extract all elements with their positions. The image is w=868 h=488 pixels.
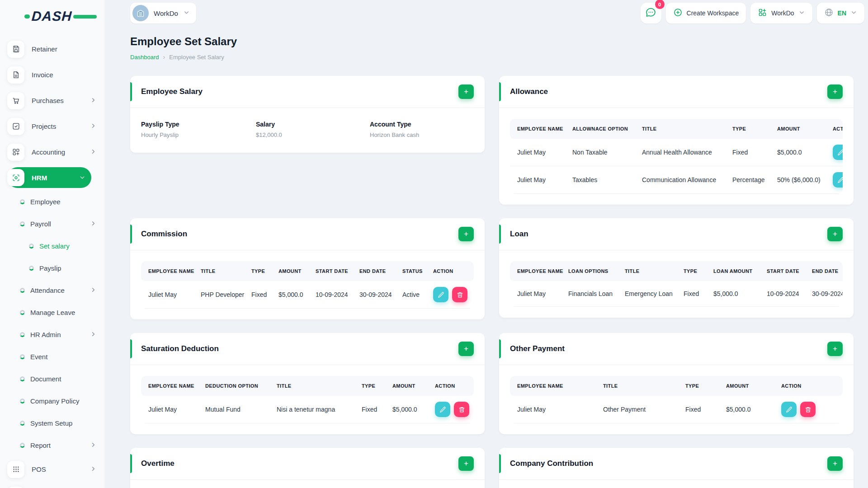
add-company-contribution-button[interactable]: + [827, 456, 843, 471]
table-cell: Other Payment [597, 396, 679, 423]
card-title: Commission [141, 230, 187, 239]
other-payment-table: Employee NameTitleTypeAmountActionJuliet… [510, 376, 843, 423]
messages-button[interactable]: 0 [641, 3, 661, 23]
language-selector[interactable]: EN [817, 3, 864, 23]
table-cell: Fixed [726, 139, 771, 166]
table-cell: Juliet May [510, 166, 566, 194]
topbar: WorkDo 0 Create Workspace [130, 0, 864, 26]
card-title: Saturation Deduction [141, 344, 219, 353]
sidebar-item-report[interactable]: Report [7, 434, 105, 456]
table-cell: $5,000.0 [771, 139, 826, 166]
chevron-down-icon [78, 174, 86, 181]
table-header-row: Employee NameTitleTypeAmountAction [510, 376, 843, 396]
table-row: Juliet MayMutual FundNisi a tenetur magn… [141, 396, 474, 423]
column-header: Employee Name [141, 261, 194, 281]
language-label: EN [838, 9, 846, 17]
card-accent-bar [130, 454, 132, 473]
app-logo[interactable]: DASH [24, 8, 92, 24]
purchases-icon [7, 92, 24, 109]
edit-button[interactable] [781, 402, 797, 417]
column-header: End Date [353, 261, 396, 281]
create-workspace-label: Create Workspace [687, 9, 739, 17]
table-header-row: Employee NameLoan OptionsTitleTypeLoan A… [510, 261, 843, 281]
sidebar-item-projects[interactable]: Projects [7, 113, 105, 139]
sidebar-item-company-policy[interactable]: Company Policy [7, 390, 105, 412]
sidebar-item-retainer[interactable]: Retainer [7, 36, 105, 62]
column-header: Employee Name [510, 376, 597, 396]
column-header: Title [618, 261, 677, 281]
sidebar-item-event[interactable]: Event [7, 346, 105, 368]
sidebar-item-set-salary[interactable]: Set salary [7, 235, 105, 257]
sidebar-item-system-setup[interactable]: System Setup [7, 412, 105, 434]
sidebar-item-crm[interactable]: CRM [7, 482, 105, 488]
column-header: Action [826, 119, 843, 139]
delete-button[interactable] [800, 402, 816, 417]
table-cell: 30-09-2024 [353, 281, 396, 309]
row-actions-cell [427, 281, 474, 309]
table-cell: PHP Developer [194, 281, 245, 309]
sidebar-item-label: Set salary [39, 242, 70, 250]
card-title: Other Payment [510, 344, 565, 353]
topbar-right-cluster: 0 Create Workspace WorkDo [641, 3, 864, 23]
add-other-payment-button[interactable]: + [827, 342, 843, 356]
sidebar-item-hrm[interactable]: HRM [7, 167, 91, 188]
breadcrumb: Dashboard › Employee Set Salary [130, 53, 854, 61]
invoice-icon [7, 66, 24, 84]
sidebar-item-pos[interactable]: POS [7, 456, 105, 482]
sidebar-item-purchases[interactable]: Purchases [7, 88, 105, 113]
row-actions-cell [826, 166, 843, 194]
add-loan-button[interactable]: + [827, 227, 843, 241]
sidebar-item-attendance[interactable]: Attendance [7, 279, 105, 301]
saturation-deduction-table: Employee NameDeduction OptionTitleTypeAm… [141, 376, 474, 423]
edit-button[interactable] [833, 145, 843, 160]
card-accent-bar [499, 454, 501, 473]
workspace-menu-button[interactable]: WorkDo [750, 3, 812, 23]
row-actions-cell [775, 396, 843, 423]
card-body [499, 480, 854, 488]
add-employee-salary-button[interactable]: + [458, 84, 474, 99]
card-header: Overtime + [130, 448, 485, 479]
column-header: Employee Name [141, 376, 199, 396]
bullet-icon [19, 353, 26, 360]
sidebar-item-label: System Setup [30, 419, 72, 427]
sidebar-item-document[interactable]: Document [7, 368, 105, 390]
edit-button[interactable] [833, 172, 843, 188]
sidebar-item-payslip[interactable]: Payslip [7, 257, 105, 279]
column-header: Allownace Option [566, 119, 636, 139]
column-header: Employee Name [510, 261, 562, 281]
add-saturation-deduction-button[interactable]: + [458, 342, 474, 356]
delete-button[interactable] [454, 402, 469, 417]
card-body: Employee NameDeduction OptionTitleTypeAm… [130, 365, 485, 434]
overtime-card: Overtime + [130, 448, 485, 488]
sidebar-item-label: HRM [32, 174, 47, 182]
loan-card: Loan + Employee NameLoan OptionsTitleTyp… [499, 218, 854, 318]
employee-salary-fields: Payslip Type Hourly Payslip Salary $12,0… [130, 108, 485, 153]
edit-button[interactable] [435, 402, 450, 417]
card-header: Commission + [130, 218, 485, 250]
building-icon [132, 5, 149, 21]
sidebar-item-accounting[interactable]: Accounting [7, 139, 105, 165]
column-header: Title [194, 261, 245, 281]
create-workspace-button[interactable]: Create Workspace [666, 3, 746, 23]
add-overtime-button[interactable]: + [458, 456, 474, 471]
sidebar-item-payroll[interactable]: Payroll [7, 213, 105, 235]
delete-button[interactable] [452, 287, 467, 302]
sidebar-item-invoice[interactable]: Invoice [7, 62, 105, 88]
bullet-icon [19, 309, 26, 316]
breadcrumb-dashboard-link[interactable]: Dashboard [130, 54, 159, 61]
sidebar-item-label: Event [30, 353, 47, 361]
table-cell: Mutual Fund [199, 396, 270, 423]
workspace-menu-label: WorkDo [771, 9, 794, 17]
sidebar-item-hr-admin[interactable]: HR Admin [7, 324, 105, 346]
add-allowance-button[interactable]: + [827, 84, 843, 99]
chevron-down-icon [798, 9, 805, 17]
add-commission-button[interactable]: + [458, 227, 474, 241]
sidebar-item-employee[interactable]: Employee [7, 191, 105, 213]
sidebar-item-manage-leave[interactable]: Manage Leave [7, 301, 105, 324]
edit-button[interactable] [433, 287, 448, 302]
workspace-name: WorkDo [154, 9, 178, 17]
chevron-right-icon [90, 441, 97, 450]
column-header: Type [245, 261, 272, 281]
workspace-chip[interactable]: WorkDo [130, 3, 196, 23]
card-title: Employee Salary [141, 87, 203, 96]
